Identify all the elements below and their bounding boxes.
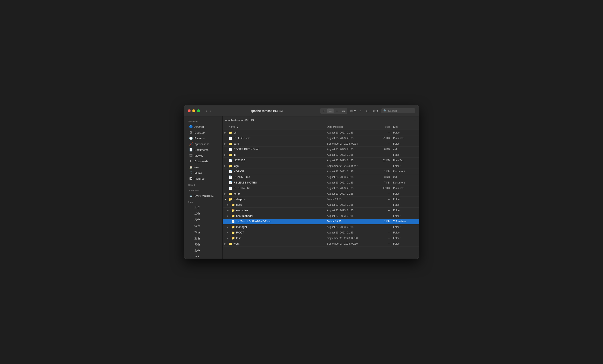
table-row[interactable]: ▶ 📁 conf September 2…2023, 00:34 -- Fold… xyxy=(223,141,419,147)
applications-icon: 🚀 xyxy=(189,142,193,146)
table-row[interactable]: 📄 NOTICE August 23, 2023, 21:35 2 KB Doc… xyxy=(223,169,419,174)
sidebar-item-pictures[interactable]: 🖼 Pictures xyxy=(186,176,221,181)
search-box[interactable]: 🔍 xyxy=(381,108,415,113)
close-button[interactable] xyxy=(188,109,191,112)
file-icon: 📄 xyxy=(229,170,232,173)
sidebar-item-airdrop[interactable]: 🔵 AirDrop xyxy=(186,124,221,129)
col-header-size[interactable]: Size xyxy=(376,125,393,128)
search-input[interactable] xyxy=(388,109,413,112)
expand-arrow[interactable]: ▶ xyxy=(224,154,227,156)
view-options-button[interactable]: ⊞ ▾ xyxy=(349,108,357,114)
pictures-icon: 🖼 xyxy=(189,177,193,180)
sidebar-item-tag-purple[interactable]: 紫色 xyxy=(186,242,221,248)
table-row[interactable]: ▶ 📁 temp August 23, 2023, 21:35 -- Folde… xyxy=(223,191,419,196)
table-row[interactable]: 📄 BUILDING.txt August 23, 2023, 21:35 21… xyxy=(223,136,419,141)
sidebar-item-tag-green[interactable]: 绿色 xyxy=(186,223,221,229)
sidebar-tag-label: 蓝色 xyxy=(195,237,200,240)
table-row[interactable]: 📄 RELEASE-NOTES August 23, 2023, 21:35 7… xyxy=(223,180,419,185)
sidebar-item-documents[interactable]: 📄 Documents xyxy=(186,147,221,152)
list-view-button[interactable]: ☰ xyxy=(327,109,334,113)
file-name: examples xyxy=(236,209,248,212)
expand-arrow[interactable]: ▶ xyxy=(227,204,230,206)
table-row[interactable]: ▶ 📁 docs August 23, 2023, 21:35 -- Folde… xyxy=(223,202,419,208)
file-name: BUILDING.txt xyxy=(233,136,250,140)
file-size: 2 KB xyxy=(376,220,393,223)
table-row[interactable]: ▶ 📁 bin August 23, 2023, 21:35 -- Folder xyxy=(223,130,419,136)
expand-arrow[interactable]: ▶ xyxy=(227,215,230,217)
table-row[interactable]: ▶ 📁 test September 2…2023, 00:50 -- Fold… xyxy=(223,235,419,241)
file-name: README.md xyxy=(233,175,250,179)
back-button[interactable]: ‹ xyxy=(204,108,208,114)
col-header-name[interactable]: Name ▲ xyxy=(223,125,327,128)
sidebar-item-eve[interactable]: 🏠 eve xyxy=(186,164,221,170)
file-kind: Document xyxy=(393,170,419,173)
expand-arrow[interactable]: ▶ xyxy=(224,193,227,195)
table-row[interactable]: ▶ 📁 lib August 23, 2023, 21:35 -- Folder xyxy=(223,152,419,158)
sidebar-item-recents[interactable]: 🕐 Recents xyxy=(186,136,221,141)
sidebar-item-tag-orange[interactable]: 橙色 xyxy=(186,217,221,223)
sidebar-item-label: Eve's MacBoo... xyxy=(195,194,215,197)
table-row[interactable]: 📄 RUNNING.txt August 23, 2023, 21:35 17 … xyxy=(223,185,419,191)
file-kind: Folder xyxy=(393,226,419,228)
sidebar-item-macbook[interactable]: 💻 Eve's MacBoo... xyxy=(186,193,221,198)
sidebar-item-tag-yellow[interactable]: 黄色 xyxy=(186,229,221,235)
col-header-kind[interactable]: Kind xyxy=(393,125,419,128)
table-row[interactable]: ▶ 📁 ROOT August 23, 2023, 21:35 -- Folde… xyxy=(223,230,419,235)
gallery-view-button[interactable]: ▭ xyxy=(340,109,347,113)
sidebar-item-tag-blue[interactable]: 蓝色 xyxy=(186,235,221,241)
add-button[interactable]: + xyxy=(414,118,416,122)
sidebar-item-tag-red[interactable]: 红色 xyxy=(186,211,221,216)
column-view-button[interactable]: ⊟ xyxy=(334,109,340,113)
expand-arrow[interactable]: ▶ xyxy=(227,226,230,228)
expand-arrow[interactable]: ▶ xyxy=(227,231,230,234)
sidebar-item-music[interactable]: 🎵 Music xyxy=(186,170,221,176)
file-name-cell: ▶ 📁 conf xyxy=(223,142,327,146)
file-name-cell: 📄 CONTRIBUTING.md xyxy=(223,148,327,151)
sidebar-item-desktop[interactable]: 🖥 Desktop xyxy=(186,130,221,135)
sidebar-tag-label: 橙色 xyxy=(195,218,200,222)
file-size: 62 KB xyxy=(376,159,393,162)
expand-arrow[interactable]: ▼ xyxy=(224,198,227,200)
sidebar-item-tag-personal[interactable]: 个人 xyxy=(186,254,221,259)
table-row[interactable]: ▶ 📁 work September 2…2023, 00:39 -- Fold… xyxy=(223,241,419,247)
share-button[interactable]: ↑ xyxy=(359,108,363,114)
expand-arrow[interactable]: ▶ xyxy=(224,165,227,167)
icon-view-button[interactable]: ⊞ xyxy=(321,109,327,113)
sidebar-item-tag-work[interactable]: 工作 xyxy=(186,205,221,210)
file-name-cell: 📄 RELEASE-NOTES xyxy=(223,181,327,184)
table-row[interactable]: ▶ 📁 host-manager August 23, 2023, 21:35 … xyxy=(223,213,419,219)
table-row[interactable]: 📄 JspTest-1.0-SNAPSHOT.war Today, 19:45 … xyxy=(223,219,419,224)
table-row[interactable]: 📄 CONTRIBUTING.md August 23, 2023, 21:35… xyxy=(223,147,419,152)
expand-arrow[interactable]: ▶ xyxy=(224,242,227,245)
file-size: -- xyxy=(376,237,393,240)
forward-button[interactable]: › xyxy=(209,108,213,114)
file-name-cell: ▶ 📁 host-manager xyxy=(223,214,327,218)
table-row[interactable]: 📄 README.md August 23, 2023, 21:35 3 KB … xyxy=(223,174,419,180)
file-modified: August 23, 2023, 21:35 xyxy=(327,231,376,234)
tag-button[interactable]: ◇ xyxy=(365,108,370,114)
sidebar-item-tag-gray[interactable]: 灰色 xyxy=(186,248,221,254)
minimize-button[interactable] xyxy=(192,109,195,112)
more-button[interactable]: ⊕ ▾ xyxy=(371,108,380,114)
file-size: 3 KB xyxy=(376,176,393,179)
table-row[interactable]: ▶ 📁 examples August 23, 2023, 21:35 -- F… xyxy=(223,208,419,213)
sidebar-item-movies[interactable]: 🎬 Movies xyxy=(186,153,221,158)
expand-arrow[interactable]: ▶ xyxy=(227,209,230,212)
expand-arrow[interactable]: ▶ xyxy=(224,131,227,134)
table-row[interactable]: 📄 LICENSE August 23, 2023, 21:35 62 KB P… xyxy=(223,158,419,163)
fullscreen-button[interactable] xyxy=(197,109,200,112)
table-row[interactable]: ▼ 📁 webapps Today, 19:55 -- Folder xyxy=(223,196,419,202)
expand-arrow[interactable]: ▶ xyxy=(227,237,230,239)
col-header-modified[interactable]: Date Modified xyxy=(327,125,376,128)
table-row[interactable]: ▶ 📁 logs September 2…2023, 00:47 -- Fold… xyxy=(223,163,419,169)
sidebar-item-applications[interactable]: 🚀 Applications xyxy=(186,141,221,147)
file-kind: Folder xyxy=(393,242,419,245)
file-modified: August 23, 2023, 21:35 xyxy=(327,209,376,212)
table-row[interactable]: ▶ 📁 manager August 23, 2023, 21:35 -- Fo… xyxy=(223,224,419,230)
desktop-icon: 🖥 xyxy=(189,131,193,134)
folder-icon: 📁 xyxy=(229,131,232,134)
file-kind: ZIP archive xyxy=(393,220,419,223)
expand-arrow[interactable]: ▶ xyxy=(224,142,227,145)
sidebar-tag-label: 紫色 xyxy=(195,243,200,247)
sidebar-item-downloads[interactable]: ⬇ Downloads xyxy=(186,159,221,164)
